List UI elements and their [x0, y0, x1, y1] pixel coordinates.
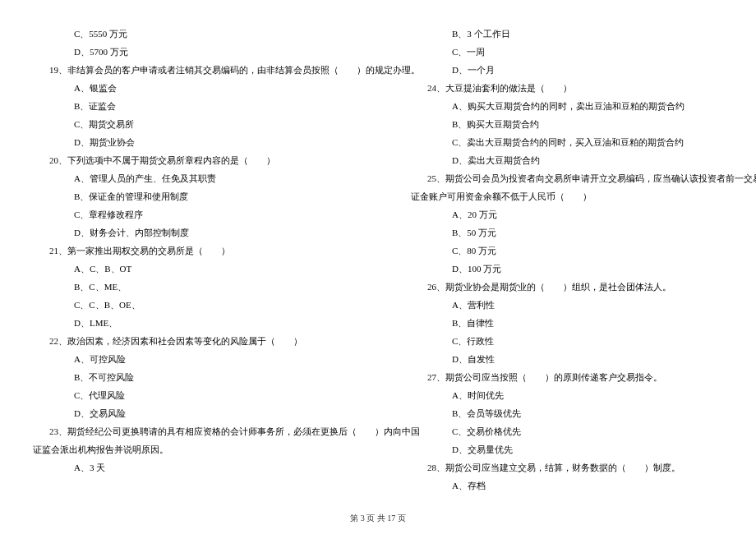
text-line: 证监会派出机构报告并说明原因。	[25, 440, 353, 458]
text-line: B、自律性	[403, 314, 731, 332]
text-line: B、证监会	[25, 97, 353, 115]
text-line: D、期货业协会	[25, 133, 353, 151]
text-line: 26、期货业协会是期货业的（ ）组织，是社会团体法人。	[403, 278, 731, 296]
text-line: D、一个月	[403, 61, 731, 79]
text-line: A、3 天	[25, 458, 353, 476]
text-line: B、50 万元	[403, 223, 731, 242]
text-line: D、财务会计、内部控制制度	[25, 223, 353, 242]
text-line: A、20 万元	[403, 205, 731, 223]
text-line: C、章程修改程序	[25, 205, 353, 223]
left-column: C、5550 万元D、5700 万元19、非结算会员的客户申请或者注销其交易编码…	[0, 25, 378, 493]
text-line: D、交易风险	[25, 404, 353, 422]
text-line: A、管理人员的产生、任免及其职责	[25, 169, 353, 187]
text-line: C、代理风险	[25, 386, 353, 404]
text-line: A、存档	[403, 476, 731, 495]
text-line: C、行政性	[403, 332, 731, 350]
text-line: B、不可控风险	[25, 368, 353, 386]
text-line: C、期货交易所	[25, 115, 353, 133]
right-column: B、3 个工作日C、一周D、一个月24、大豆提油套利的做法是（ ）A、购买大豆期…	[378, 25, 756, 493]
text-line: B、会员等级优先	[403, 404, 731, 422]
text-line: 27、期货公司应当按照（ ）的原则传递客户交易指令。	[403, 368, 731, 386]
text-line: 21、第一家推出期权交易的交易所是（ ）	[25, 242, 353, 260]
text-line: D、交易量优先	[403, 440, 731, 458]
text-line: B、购买大豆期货合约	[403, 115, 731, 133]
text-line: D、100 万元	[403, 260, 731, 278]
text-line: A、营利性	[403, 296, 731, 314]
text-line: 23、期货经纪公司更换聘请的具有相应资格的会计师事务所，必须在更换后（ ）内向中…	[25, 422, 353, 440]
text-line: A、时间优先	[403, 386, 731, 404]
text-line: A、银监会	[25, 79, 353, 97]
text-line: C、C、B、OE、	[25, 296, 353, 314]
text-line: A、可控风险	[25, 350, 353, 368]
text-line: D、卖出大豆期货合约	[403, 151, 731, 169]
text-line: D、LME、	[25, 314, 353, 332]
text-line: 25、期货公司会员为投资者向交易所申请开立交易编码，应当确认该投资者前一交易日日…	[403, 169, 731, 187]
text-line: D、5700 万元	[25, 43, 353, 61]
text-line: 证金账户可用资金余额不低于人民币（ ）	[403, 187, 731, 205]
text-line: 19、非结算会员的客户申请或者注销其交易编码的，由非结算会员按照（ ）的规定办理…	[25, 61, 353, 79]
text-line: A、购买大豆期货合约的同时，卖出豆油和豆粕的期货合约	[403, 97, 731, 115]
text-line: A、C、B、OT	[25, 260, 353, 278]
text-line: B、3 个工作日	[403, 25, 731, 43]
text-line: 20、下列选项中不属于期货交易所章程内容的是（ ）	[25, 151, 353, 169]
text-line: 22、政治因素，经济因素和社会因素等变化的风险属于（ ）	[25, 332, 353, 350]
text-line: C、5550 万元	[25, 25, 353, 43]
text-line: B、保证金的管理和使用制度	[25, 187, 353, 205]
text-line: C、一周	[403, 43, 731, 61]
text-line: D、自发性	[403, 350, 731, 368]
text-line: C、80 万元	[403, 242, 731, 260]
text-line: C、卖出大豆期货合约的同时，买入豆油和豆粕的期货合约	[403, 133, 731, 151]
text-line: C、交易价格优先	[403, 422, 731, 440]
text-line: 24、大豆提油套利的做法是（ ）	[403, 79, 731, 97]
page-footer: 第 3 页 共 17 页	[0, 513, 756, 524]
text-line: B、C、ME、	[25, 278, 353, 296]
page-content: C、5550 万元D、5700 万元19、非结算会员的客户申请或者注销其交易编码…	[0, 0, 756, 493]
text-line: 28、期货公司应当建立交易，结算，财务数据的（ ）制度。	[403, 458, 731, 476]
